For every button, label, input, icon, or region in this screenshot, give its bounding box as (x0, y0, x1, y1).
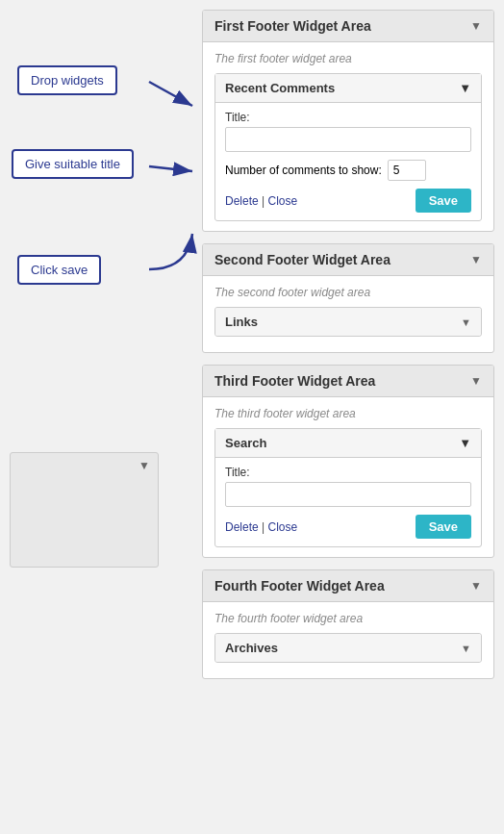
give-title-annotation: Give suitable title (12, 149, 134, 179)
search-chevron: ▼ (459, 436, 471, 450)
fourth-footer-widget-area: Fourth Footer Widget Area ▼ The fourth f… (202, 569, 494, 679)
second-footer-body: The second footer widget area Links ▼ (203, 276, 493, 352)
fourth-footer-header[interactable]: Fourth Footer Widget Area ▼ (203, 570, 493, 602)
search-action-links: Delete | Close (225, 520, 297, 534)
search-widget-actions: Delete | Close Save (225, 515, 471, 539)
search-title-field-row: Title: (225, 466, 471, 507)
title-input[interactable] (225, 127, 471, 152)
links-widget-header[interactable]: Links ▼ (215, 308, 481, 336)
second-footer-chevron: ▼ (470, 253, 482, 266)
search-widget: Search ▼ Title: Delete | Close (214, 428, 482, 547)
action-links: Delete | Close (225, 194, 297, 208)
search-widget-body: Title: Delete | Close Save (215, 458, 481, 546)
title-label: Title: (225, 111, 471, 124)
search-save-button[interactable]: Save (416, 515, 471, 539)
third-footer-widget-area: Third Footer Widget Area ▼ The third foo… (202, 365, 494, 558)
search-delete-link[interactable]: Delete (225, 520, 259, 534)
first-footer-desc: The first footer widget area (214, 52, 482, 65)
third-footer-desc: The third footer widget area (214, 407, 482, 420)
fourth-footer-desc: The fourth footer widget area (214, 612, 482, 625)
comments-count-row: Number of comments to show: (225, 160, 471, 181)
drop-widgets-annotation: Drop widgets (17, 65, 117, 95)
first-footer-chevron: ▼ (470, 19, 482, 33)
search-widget-header[interactable]: Search ▼ (215, 429, 481, 458)
fourth-footer-body: The fourth footer widget area Archives ▼ (203, 602, 493, 678)
archives-widget: Archives ▼ (214, 633, 482, 663)
recent-comments-chevron: ▼ (459, 81, 471, 95)
first-footer-save-button[interactable]: Save (416, 189, 471, 213)
widget-actions: Delete | Close Save (225, 189, 471, 213)
recent-comments-body: Title: Number of comments to show: Delet… (215, 103, 481, 220)
comments-count-input[interactable] (388, 160, 426, 181)
title-field-row: Title: (225, 111, 471, 152)
sidebar-placeholder: ▼ (10, 452, 159, 568)
click-save-annotation: Click save (17, 255, 101, 285)
search-title-label: Title: (225, 466, 471, 479)
second-footer-header[interactable]: Second Footer Widget Area ▼ (203, 244, 493, 276)
close-link[interactable]: Close (268, 194, 298, 208)
first-footer-body: The first footer widget area Recent Comm… (203, 42, 493, 231)
delete-link[interactable]: Delete (225, 194, 259, 208)
links-chevron: ▼ (461, 316, 471, 328)
third-footer-header[interactable]: Third Footer Widget Area ▼ (203, 366, 493, 397)
fourth-footer-chevron: ▼ (470, 579, 482, 593)
recent-comments-header[interactable]: Recent Comments ▼ (215, 74, 481, 103)
third-footer-body: The third footer widget area Search ▼ Ti… (203, 397, 493, 557)
first-footer-header[interactable]: First Footer Widget Area ▼ (203, 11, 493, 42)
archives-widget-header[interactable]: Archives ▼ (215, 634, 481, 662)
search-title-input[interactable] (225, 482, 471, 507)
second-footer-desc: The second footer widget area (214, 286, 482, 299)
first-footer-widget-area: First Footer Widget Area ▼ The first foo… (202, 10, 494, 232)
recent-comments-widget: Recent Comments ▼ Title: Number of comme… (214, 73, 482, 221)
search-close-link[interactable]: Close (268, 520, 298, 534)
second-footer-widget-area: Second Footer Widget Area ▼ The second f… (202, 243, 494, 353)
links-widget: Links ▼ (214, 307, 482, 337)
third-footer-chevron: ▼ (470, 374, 482, 388)
archives-chevron: ▼ (461, 643, 471, 654)
